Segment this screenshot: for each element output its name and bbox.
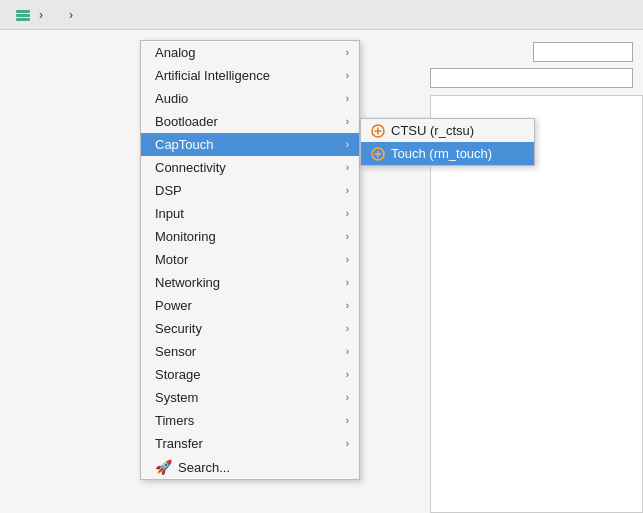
menu-item-storage[interactable]: Storage› [141,363,359,386]
extend-stack-button[interactable]: › [56,5,82,25]
menu-item-label: System [155,390,198,405]
menu-arrow-icon: › [346,139,349,150]
menu-arrow-icon: › [346,93,349,104]
extend-stack-arrow: › [69,8,73,22]
menu-item-sensor[interactable]: Sensor› [141,340,359,363]
menu-item-label: Audio [155,91,188,106]
menu-item-label: CapTouch [155,137,214,152]
submenu: CTSU (r_ctsu)Touch (rm_touch) [360,118,535,166]
menu-item-power[interactable]: Power› [141,294,359,317]
menu-item-label: Search... [178,460,230,475]
menu-arrow-icon: › [346,300,349,311]
new-stack-icon [15,7,31,23]
touch-if-input2[interactable] [430,68,633,88]
menu-arrow-icon: › [346,185,349,196]
menu-item-timers[interactable]: Timers› [141,409,359,432]
touch-if-input[interactable] [533,42,633,62]
menu-arrow-icon: › [346,116,349,127]
menu-arrow-icon: › [346,277,349,288]
menu-item-security[interactable]: Security› [141,317,359,340]
menu-item-monitoring[interactable]: Monitoring› [141,225,359,248]
menu-item-input[interactable]: Input› [141,202,359,225]
menu-arrow-icon: › [346,70,349,81]
menu-item-analog[interactable]: Analog› [141,41,359,64]
menu-item-label: Connectivity [155,160,226,175]
new-stack-button[interactable]: › [6,4,52,26]
menu-arrow-icon: › [346,392,349,403]
menu-item-label: Security [155,321,202,336]
menu-item-captouch[interactable]: CapTouch› [141,133,359,156]
menu-item-label: Artificial Intelligence [155,68,270,83]
menu-item-motor[interactable]: Motor› [141,248,359,271]
menu-item-label: Networking [155,275,220,290]
menu-arrow-icon: › [346,162,349,173]
menu-arrow-icon: › [346,254,349,265]
menu-item-search[interactable]: 🚀Search... [141,455,359,479]
search-rocket-icon: 🚀 [155,459,172,475]
menu-arrow-icon: › [346,415,349,426]
toolbar: › › [0,0,643,30]
menu-arrow-icon: › [346,346,349,357]
menu-item-label: Bootloader [155,114,218,129]
remove-button[interactable] [86,12,104,18]
menu-arrow-icon: › [346,369,349,380]
menu-item-dsp[interactable]: DSP› [141,179,359,202]
menu-item-label: Power [155,298,192,313]
menu-arrow-icon: › [346,438,349,449]
plus-icon [371,124,385,138]
menu-item-networking[interactable]: Networking› [141,271,359,294]
submenu-item-label: CTSU (r_ctsu) [391,123,474,138]
svg-rect-0 [16,10,30,13]
menu-item-connectivity[interactable]: Connectivity› [141,156,359,179]
menu-item-label: Timers [155,413,194,428]
menu-item-label: Transfer [155,436,203,451]
dropdown-menu: Analog›Artificial Intelligence›Audio›Boo… [140,40,360,480]
submenu-item-rm_touch[interactable]: Touch (rm_touch) [361,142,534,165]
svg-rect-1 [16,14,30,17]
menu-item-label: Analog [155,45,195,60]
svg-rect-2 [16,18,30,21]
submenu-item-label: Touch (rm_touch) [391,146,492,161]
menu-item-ai[interactable]: Artificial Intelligence› [141,64,359,87]
menu-item-system[interactable]: System› [141,386,359,409]
menu-item-label: Input [155,206,184,221]
plus-icon [371,147,385,161]
submenu-item-ctsu[interactable]: CTSU (r_ctsu) [361,119,534,142]
menu-arrow-icon: › [346,323,349,334]
menu-arrow-icon: › [346,208,349,219]
menu-item-label: Monitoring [155,229,216,244]
main-area: Analog›Artificial Intelligence›Audio›Boo… [0,30,643,513]
menu-item-label: DSP [155,183,182,198]
menu-item-bootloader[interactable]: Bootloader› [141,110,359,133]
menu-item-label: Motor [155,252,188,267]
menu-arrow-icon: › [346,47,349,58]
menu-item-label: Sensor [155,344,196,359]
menu-item-audio[interactable]: Audio› [141,87,359,110]
menu-arrow-icon: › [346,231,349,242]
menu-item-label: Storage [155,367,201,382]
menu-item-transfer[interactable]: Transfer› [141,432,359,455]
new-stack-arrow: › [39,8,43,22]
